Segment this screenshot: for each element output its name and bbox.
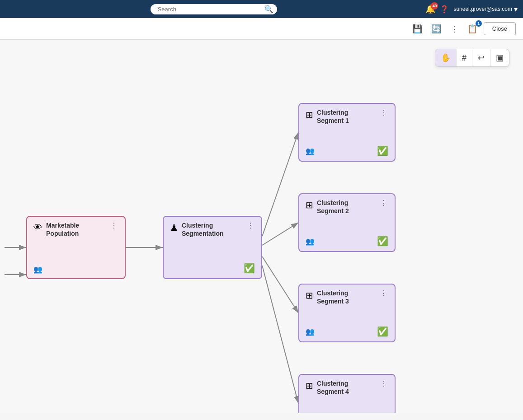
- more-options-button[interactable]: ⋮: [448, 22, 461, 36]
- table-icon: ⊞: [306, 290, 313, 301]
- group-icon: 👥: [306, 147, 315, 155]
- node-header: ♟ Clustering Segmentation ⋮: [170, 221, 255, 263]
- doc-badge: 1: [476, 20, 482, 27]
- flow-canvas: 👁 Marketable Population ⋮ 👥 ♟ Clustering…: [0, 40, 523, 413]
- chess-icon: ♟: [170, 222, 178, 233]
- notification-badge: 49: [431, 2, 438, 9]
- svg-line-4: [262, 132, 298, 236]
- node-clustering-segment-4: ⊞ Clustering Segment 4 ⋮ 👥 ✅: [298, 374, 396, 413]
- node-marketable-population: 👁 Marketable Population ⋮ 👥: [26, 216, 126, 279]
- top-navigation: 🔍 🔔 49 ❓ suneel.grover@sas.com ▾: [0, 0, 523, 18]
- save-button[interactable]: 💾: [410, 22, 425, 36]
- search-icon: 🔍: [264, 5, 273, 14]
- table-icon: ⊞: [306, 109, 313, 120]
- eye-icon: 👁: [33, 222, 42, 233]
- node-header: 👁 Marketable Population ⋮: [33, 221, 118, 265]
- table-icon: ⊞: [306, 200, 313, 210]
- node-header: ⊞ Clustering Segment 2 ⋮: [306, 199, 388, 236]
- node-menu-button[interactable]: ⋮: [379, 108, 388, 117]
- node-footer: 👥 ✅: [306, 145, 388, 156]
- check-icon: ✅: [377, 326, 388, 337]
- search-input[interactable]: [151, 4, 277, 14]
- node-menu-button[interactable]: ⋮: [109, 221, 118, 230]
- node-title: Clustering Segment 2: [317, 199, 376, 215]
- close-button[interactable]: Close: [484, 22, 516, 35]
- tag-tool-button[interactable]: #: [457, 50, 472, 66]
- node-header: ⊞ Clustering Segment 4 ⋮: [306, 379, 388, 413]
- node-footer: 👥: [33, 265, 118, 274]
- help-button[interactable]: ❓: [440, 5, 449, 14]
- table-icon: ⊞: [306, 380, 313, 391]
- node-clustering-segment-2: ⊞ Clustering Segment 2 ⋮ 👥 ✅: [298, 193, 396, 252]
- svg-line-5: [262, 223, 298, 245]
- undo-button[interactable]: ↩: [472, 49, 490, 66]
- notifications-button[interactable]: 🔔 49: [425, 4, 435, 14]
- refresh-button[interactable]: 🔄: [429, 22, 444, 36]
- svg-line-6: [262, 257, 298, 313]
- user-menu-button[interactable]: suneel.grover@sas.com ▾: [453, 5, 518, 14]
- canvas-toolbar: ✋ # ↩ ▣: [435, 49, 509, 67]
- check-icon: ✅: [377, 236, 388, 247]
- doc-button-wrapper: 📋 1: [465, 22, 480, 36]
- check-icon: ✅: [377, 145, 388, 156]
- hand-tool-button[interactable]: ✋: [435, 49, 457, 66]
- group-icon: 👥: [306, 327, 315, 336]
- node-footer: 👥 ✅: [306, 236, 388, 247]
- node-menu-button[interactable]: ⋮: [379, 199, 388, 207]
- group-icon: 👥: [306, 237, 315, 246]
- node-clustering-segment-3: ⊞ Clustering Segment 3 ⋮ 👥 ✅: [298, 284, 396, 342]
- chevron-down-icon: ▾: [514, 5, 518, 14]
- secondary-toolbar: 💾 🔄 ⋮ 📋 1 Close: [0, 18, 523, 40]
- user-email: suneel.grover@sas.com: [453, 6, 512, 12]
- node-title: Clustering Segmentation: [182, 221, 242, 238]
- group-icon: 👥: [33, 265, 42, 274]
- nav-right: 🔔 49 ❓ suneel.grover@sas.com ▾: [425, 4, 518, 14]
- node-menu-button[interactable]: ⋮: [379, 289, 388, 298]
- node-title: Clustering Segment 3: [317, 289, 376, 305]
- node-clustering-segment-1: ⊞ Clustering Segment 1 ⋮ 👥 ✅: [298, 103, 396, 162]
- node-title: Clustering Segment 4: [317, 379, 376, 396]
- node-menu-button[interactable]: ⋮: [379, 379, 388, 388]
- node-footer: ✅: [170, 263, 255, 274]
- node-header: ⊞ Clustering Segment 1 ⋮: [306, 108, 388, 145]
- node-menu-button[interactable]: ⋮: [246, 221, 255, 230]
- node-title: Marketable Population: [46, 221, 106, 238]
- node-clustering-segmentation: ♟ Clustering Segmentation ⋮ ✅: [163, 216, 262, 279]
- node-title: Clustering Segment 1: [317, 108, 376, 125]
- node-footer: 👥 ✅: [306, 326, 388, 337]
- search-container: 🔍: [151, 4, 277, 14]
- check-icon: ✅: [244, 263, 255, 274]
- layout-button[interactable]: ▣: [490, 49, 509, 66]
- node-header: ⊞ Clustering Segment 3 ⋮: [306, 289, 388, 326]
- svg-line-7: [262, 266, 298, 403]
